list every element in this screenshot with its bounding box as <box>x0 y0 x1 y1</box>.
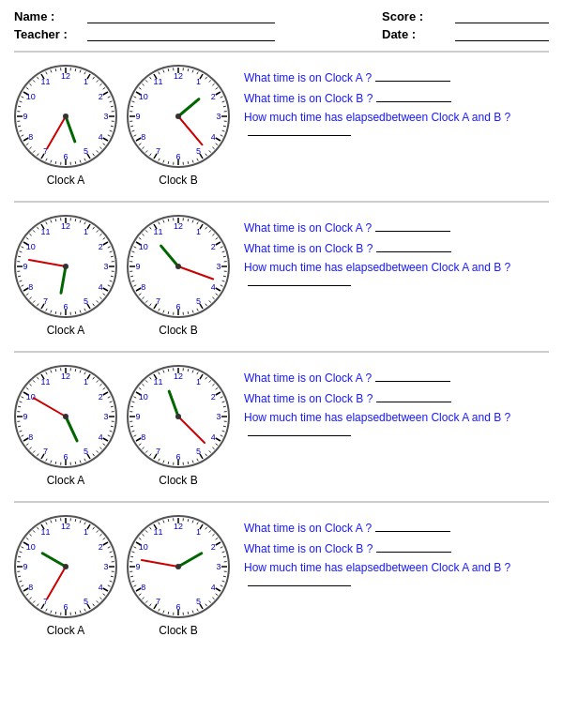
svg-point-607 <box>175 564 181 569</box>
teacher-input-line <box>87 28 275 41</box>
svg-text:6: 6 <box>175 452 180 462</box>
svg-text:3: 3 <box>103 562 108 571</box>
clock-row-3: 121234567891011 Clock A 121234567891011 … <box>14 360 549 492</box>
svg-text:7: 7 <box>156 146 160 156</box>
question-1-1: What time is on Clock A ? <box>244 69 549 84</box>
clock-a-face-3: 121234567891011 <box>14 365 117 471</box>
svg-text:12: 12 <box>61 221 70 231</box>
svg-text:1: 1 <box>84 227 88 236</box>
question-2-4: What time is on Clock B ? <box>244 540 549 555</box>
svg-text:8: 8 <box>141 583 145 592</box>
answer-3-2[interactable] <box>248 274 351 286</box>
svg-text:2: 2 <box>211 542 216 552</box>
svg-text:9: 9 <box>135 262 140 271</box>
svg-text:4: 4 <box>99 282 103 292</box>
svg-text:7: 7 <box>156 447 160 456</box>
svg-text:2: 2 <box>99 242 103 251</box>
svg-text:9: 9 <box>23 262 27 271</box>
name-input-line <box>87 10 275 23</box>
svg-text:2: 2 <box>99 542 103 552</box>
svg-text:7: 7 <box>43 447 48 456</box>
svg-text:12: 12 <box>174 221 183 231</box>
answer-2-4[interactable] <box>376 540 451 553</box>
question-3-1: How much time has elapsed between Clock … <box>244 111 549 136</box>
clock-b-container-4: 121234567891011 Clock B <box>127 515 230 637</box>
answer-1-1[interactable] <box>375 69 450 82</box>
question-2-3: What time is on Clock B ? <box>244 390 549 405</box>
svg-text:5: 5 <box>84 447 88 456</box>
question-3-4: How much time has elapsed between Clock … <box>244 561 549 586</box>
svg-text:2: 2 <box>211 92 216 101</box>
svg-text:11: 11 <box>153 377 162 387</box>
svg-text:11: 11 <box>40 77 50 86</box>
svg-text:1: 1 <box>84 377 88 387</box>
questions-section-4: What time is on Clock A ? What time is o… <box>244 515 549 592</box>
svg-text:5: 5 <box>196 447 201 456</box>
answer-1-3[interactable] <box>375 370 450 382</box>
svg-text:8: 8 <box>141 132 145 142</box>
svg-text:12: 12 <box>174 71 183 81</box>
questions-section-1: What time is on Clock A ? What time is o… <box>244 65 549 142</box>
svg-text:7: 7 <box>156 296 160 306</box>
svg-text:10: 10 <box>26 542 36 552</box>
svg-text:10: 10 <box>26 92 36 101</box>
svg-text:10: 10 <box>139 242 148 251</box>
svg-text:10: 10 <box>139 542 148 552</box>
svg-text:1: 1 <box>196 227 201 236</box>
svg-text:1: 1 <box>84 527 88 537</box>
svg-text:5: 5 <box>84 296 88 306</box>
svg-text:8: 8 <box>141 432 145 442</box>
clock-a-container-2: 121234567891011 Clock A <box>14 215 117 337</box>
teacher-label: Teacher : <box>14 27 80 41</box>
header-section: Name : Score : Teacher : Date : <box>14 9 549 41</box>
date-input-line <box>455 28 549 41</box>
svg-text:4: 4 <box>99 583 103 592</box>
date-label: Date : <box>382 27 448 41</box>
svg-text:6: 6 <box>175 602 180 612</box>
clock-pair-3: 121234567891011 Clock A 121234567891011 … <box>14 365 230 487</box>
answer-3-4[interactable] <box>248 574 351 586</box>
svg-text:10: 10 <box>139 392 148 402</box>
svg-text:6: 6 <box>63 302 68 311</box>
svg-text:1: 1 <box>196 527 201 537</box>
answer-2-2[interactable] <box>376 240 451 252</box>
answer-3-3[interactable] <box>248 424 351 436</box>
answer-1-4[interactable] <box>375 520 450 532</box>
answer-2-3[interactable] <box>376 390 451 402</box>
svg-text:6: 6 <box>63 452 68 462</box>
svg-text:3: 3 <box>103 262 108 271</box>
svg-text:12: 12 <box>61 372 70 381</box>
question-3-2: How much time has elapsed between Clock … <box>244 261 549 286</box>
svg-text:3: 3 <box>216 562 221 571</box>
svg-text:8: 8 <box>28 583 33 592</box>
answer-1-2[interactable] <box>375 220 450 232</box>
svg-point-379 <box>63 414 68 419</box>
svg-text:7: 7 <box>156 597 160 606</box>
clock-row-2: 121234567891011 Clock A 121234567891011 … <box>14 210 549 341</box>
svg-text:1: 1 <box>196 77 201 86</box>
svg-text:5: 5 <box>196 597 201 606</box>
svg-point-75 <box>63 114 68 119</box>
svg-point-303 <box>175 264 181 269</box>
answer-2-1[interactable] <box>376 90 451 102</box>
svg-text:4: 4 <box>211 132 216 142</box>
svg-text:2: 2 <box>211 242 216 251</box>
svg-text:11: 11 <box>40 527 50 537</box>
svg-text:4: 4 <box>211 583 216 592</box>
svg-text:7: 7 <box>43 296 48 306</box>
clock-a-container-1: 121234567891011 Clock A <box>14 65 117 187</box>
svg-text:4: 4 <box>211 282 216 292</box>
svg-text:2: 2 <box>99 392 103 402</box>
answer-3-1[interactable] <box>248 124 351 136</box>
clock-b-label-1: Clock B <box>159 174 197 187</box>
clock-b-face-3: 121234567891011 <box>127 365 230 471</box>
svg-text:4: 4 <box>211 432 216 442</box>
clock-a-label-2: Clock A <box>47 324 85 337</box>
svg-text:6: 6 <box>63 602 68 612</box>
svg-text:11: 11 <box>153 77 162 86</box>
clock-b-label-2: Clock B <box>159 324 197 337</box>
svg-text:1: 1 <box>84 77 88 86</box>
svg-text:9: 9 <box>135 412 140 421</box>
svg-text:9: 9 <box>135 562 140 571</box>
svg-text:3: 3 <box>216 112 221 121</box>
